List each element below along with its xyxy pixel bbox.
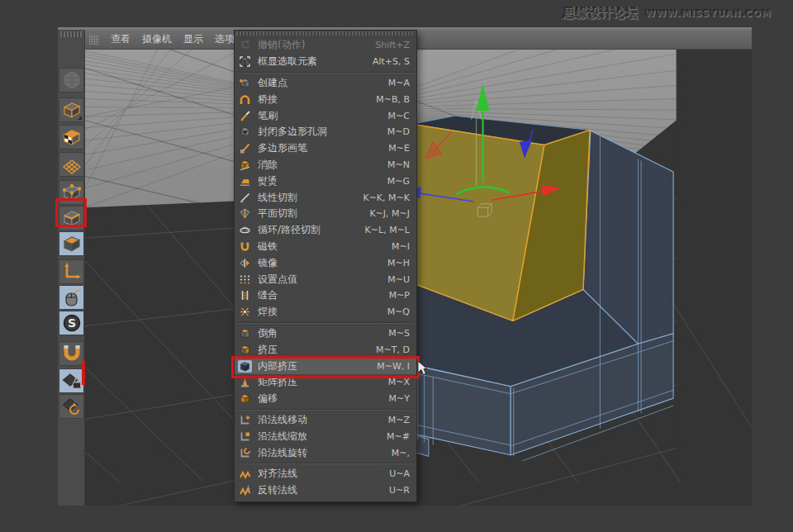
toolbar-model-mode[interactable] [59, 97, 84, 122]
menu-item-label: 平面切割 [258, 207, 297, 221]
polypen-icon [238, 142, 252, 154]
menu-item-nrot[interactable]: 沿法线旋转M~, [235, 444, 416, 461]
menu-item-label: 消除 [258, 158, 278, 172]
toolbar-enable-axis[interactable] [59, 259, 84, 284]
menu-item-label: 焊接 [258, 305, 278, 319]
menu-item-planecut[interactable]: 平面切割K~J, M~J [235, 206, 416, 222]
iron-icon [238, 175, 252, 188]
boxsel-icon [238, 55, 252, 68]
menu-item-shortcut: M~E [388, 143, 410, 154]
menu-item-label: 偏移 [258, 392, 278, 406]
mirror-icon [238, 257, 252, 269]
menu-item-polypen[interactable]: 多边形画笔M~E [235, 140, 416, 157]
viewport[interactable]: 查看摄像机显示选项过滤 透视视图 [85, 30, 752, 506]
align-icon [238, 468, 252, 480]
menu-item-label: 反转法线 [258, 483, 297, 497]
toolbar-convert[interactable] [59, 68, 84, 93]
annotation-box-polygons-mode [55, 198, 87, 227]
menu-item-mirror[interactable]: 镜像M~H [235, 254, 416, 271]
menu-item-brush[interactable]: 笔刷M~C [235, 107, 416, 124]
toolbar-polygons-mode[interactable] [59, 231, 84, 256]
menu-tearoff-strip[interactable] [236, 31, 415, 36]
menu-item-label: 镜像 [258, 256, 278, 270]
menu-item-shortcut: M~I [392, 241, 410, 252]
toolbar-grip[interactable] [60, 31, 82, 37]
menu-item-loopcut[interactable]: 循环/路径切割K~L, M~L [235, 222, 416, 239]
menu-item-label: 熨烫 [258, 174, 278, 188]
menu-item-boxsel[interactable]: 框显选取元素Alt+S, S [235, 54, 416, 70]
extrude-icon [238, 344, 252, 356]
bridge-icon [238, 93, 252, 106]
polygons-mode-icon [61, 233, 83, 254]
toolbar-magnet[interactable] [59, 341, 84, 366]
menu-item-offset[interactable]: 偏移M~Y [235, 391, 416, 407]
menu-item-label: 磁铁 [258, 240, 278, 254]
undo-icon [238, 39, 252, 51]
hole-icon [238, 126, 252, 138]
menu-item-shortcut: M~T, D [376, 344, 410, 355]
menu-item-label: 创建点 [258, 76, 287, 90]
menu-item-bridge[interactable]: 桥接M~B, B [235, 91, 416, 107]
menu-item-label: 桥接 [258, 93, 278, 107]
menubar-grip-icon[interactable] [89, 35, 99, 45]
menu-item-nscale[interactable]: 沿法线缩放M~# [235, 428, 416, 444]
viewport-menu-3[interactable]: 选项 [215, 32, 235, 46]
menu-item-shortcut: M~S [388, 328, 410, 339]
weld-icon [238, 306, 252, 318]
model-mode-icon [61, 99, 83, 121]
toolbar-viewport-solo[interactable] [59, 285, 84, 310]
workplane-mode-icon [61, 154, 83, 175]
menu-item-reverse[interactable]: 反转法线U~R [235, 482, 416, 499]
menu-separator [236, 463, 415, 464]
menu-item-shortcut: K~J, M~J [369, 208, 410, 219]
annotation-box-extrude-inner [231, 356, 420, 378]
screenshot-root: 思缘设计论坛 WWW.MISSYUAN.COM S 查看摄像机显示选项过滤 透视… [0, 0, 793, 532]
menu-item-shortcut: Shift+Z [375, 40, 410, 50]
menu-item-label: 沿法线旋转 [258, 446, 307, 460]
menu-item-weld[interactable]: 焊接M~Q [235, 304, 416, 321]
menu-item-label: 撤销(动作) [258, 38, 305, 52]
menu-item-label: 缝合 [258, 288, 278, 302]
nrot-icon [238, 447, 252, 459]
convert-icon [61, 69, 83, 91]
brush-icon [238, 110, 252, 122]
watermark: 思缘设计论坛 WWW.MISSYUAN.COM [563, 6, 772, 21]
menu-item-nmove[interactable]: 沿法线移动M~Z [235, 412, 416, 429]
menu-item-linecut[interactable]: 线性切割K~K, M~K [235, 189, 416, 206]
menu-item-label: 封闭多边形孔洞 [258, 125, 327, 139]
menu-item-label: 沿法线移动 [258, 413, 307, 427]
stitch-icon [238, 289, 252, 302]
magnet-icon [238, 240, 252, 253]
point-icon [238, 77, 252, 89]
toolbar-texture-mode[interactable] [59, 125, 84, 150]
mouse-cursor [417, 360, 429, 376]
menu-separator [236, 72, 415, 74]
menu-item-shortcut: Alt+S, S [373, 56, 410, 67]
scene-canvas[interactable] [85, 50, 752, 506]
menu-item-shortcut: M~Q [387, 306, 410, 317]
menu-item-shortcut: U~R [389, 485, 410, 496]
toolbar-workplane-mode[interactable] [59, 152, 84, 177]
toolbar-workplane-lock[interactable] [59, 368, 84, 393]
toolbar-enable-snap[interactable]: S [59, 311, 84, 335]
menu-item-magnet[interactable]: 磁铁M~I [235, 239, 416, 255]
menu-item-align[interactable]: 对齐法线U~A [235, 466, 416, 482]
menu-item-point[interactable]: 创建点M~A [235, 75, 416, 92]
viewport-menu-1[interactable]: 摄像机 [142, 32, 172, 46]
menu-item-shortcut: M~C [388, 111, 410, 121]
menu-item-setval[interactable]: 设置点值M~U [235, 271, 416, 287]
menu-item-iron[interactable]: 熨烫M~G [235, 173, 416, 189]
menu-item-hole[interactable]: 封闭多边形孔洞M~D [235, 124, 416, 140]
menu-item-stitch[interactable]: 缝合M~P [235, 287, 416, 304]
menu-item-bevel[interactable]: 倒角M~S [235, 325, 416, 342]
menu-item-label: 笔刷 [258, 109, 278, 123]
menu-item-label: 设置点值 [258, 273, 297, 287]
viewport-menu-2[interactable]: 显示 [183, 32, 203, 46]
dissolve-icon [238, 159, 252, 171]
menu-item-dissolve[interactable]: 消除M~N [235, 157, 416, 173]
menu-item-shortcut: M~# [387, 431, 410, 442]
toolbar-workplane-rotate[interactable] [59, 394, 84, 419]
setval-icon [238, 273, 252, 286]
viewport-menu-0[interactable]: 查看 [111, 32, 131, 46]
menu-item-shortcut: M~Y [389, 393, 410, 404]
